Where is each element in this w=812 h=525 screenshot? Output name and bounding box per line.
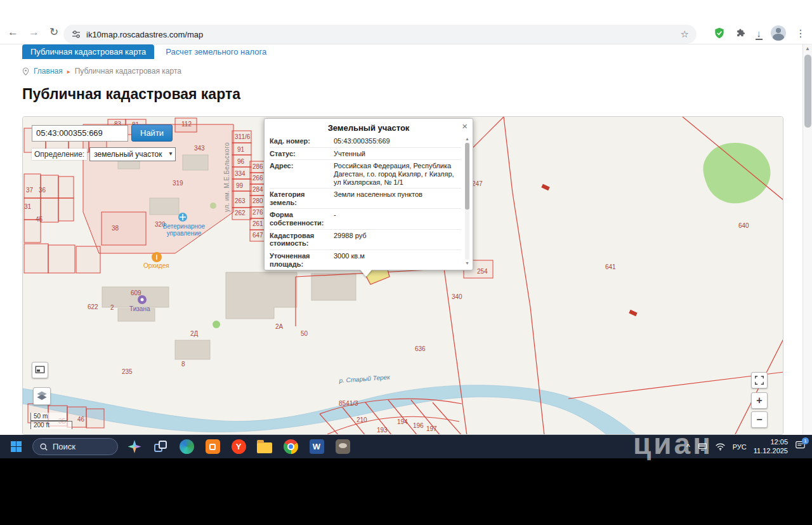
word-icon[interactable]: W xyxy=(307,437,326,456)
scrollbar-up-icon[interactable]: ▲ xyxy=(803,44,812,53)
copilot-icon[interactable] xyxy=(125,437,144,456)
popup-row: Форма собственности: - xyxy=(270,209,461,229)
popup-rows: Кад. номер: 05:43:000355:669 Статус: Учт… xyxy=(270,135,461,269)
scale-control: 50 m 200 ft xyxy=(30,413,72,429)
fullscreen-button[interactable] xyxy=(751,372,768,389)
system-tray: ^ РУС 12:05 11.12.2025 1 xyxy=(686,438,806,456)
back-button[interactable]: ← xyxy=(8,26,18,39)
search-icon xyxy=(39,442,48,451)
zoom-in-button[interactable]: + xyxy=(751,392,768,409)
page-scrollbar[interactable]: ▲ xyxy=(802,44,812,435)
page-scroll-thumb[interactable] xyxy=(804,55,811,128)
popup-row-label: Кадастровая стоимость: xyxy=(270,232,330,248)
scale-feet: 200 ft xyxy=(30,421,72,429)
downloads-icon[interactable]: ↓ xyxy=(757,29,762,38)
popup-row-label: Адрес: xyxy=(270,162,330,186)
popup-row-value: 3000 кв.м xyxy=(334,252,461,268)
url-text: ik10map.roscadastres.com/map xyxy=(86,30,676,39)
layers-button[interactable] xyxy=(33,387,51,405)
search-button[interactable]: Найти xyxy=(131,124,173,142)
popup-row-value: 05:43:000355:669 xyxy=(334,137,461,145)
start-button[interactable] xyxy=(6,437,25,456)
forward-button[interactable]: → xyxy=(29,26,39,39)
popup-row-value: Российская Федерация, Республика Дагеста… xyxy=(334,162,461,186)
scroll-up-icon[interactable]: ▲ xyxy=(464,136,470,142)
scale-meters: 50 m xyxy=(30,413,67,421)
zoom-out-button[interactable]: − xyxy=(751,411,768,428)
popup-pointer xyxy=(360,269,372,277)
breadcrumb-home-link[interactable]: Главная xyxy=(34,67,63,76)
taskbar-search-label: Поиск xyxy=(53,442,75,451)
page-title: Публичная кадастровая карта xyxy=(22,86,812,103)
popup-row: Категория земель: Земли населенных пункт… xyxy=(270,189,461,209)
breadcrumb-current: Публичная кадастровая карта xyxy=(75,67,181,76)
site-info-icon[interactable] xyxy=(71,29,81,39)
popup-row: Уточненная площадь: 3000 кв.м xyxy=(270,250,461,269)
definition-select-value: земельный участок xyxy=(94,150,162,159)
breadcrumb-separator-icon: ▸ xyxy=(67,68,70,75)
address-bar[interactable]: ik10map.roscadastres.com/map ☆ xyxy=(63,25,697,44)
popup-title: Земельный участок xyxy=(265,119,473,135)
chevron-down-icon: ▾ xyxy=(169,150,173,157)
cadastral-search-input[interactable] xyxy=(32,125,128,142)
chrome-icon[interactable] xyxy=(281,437,300,456)
definition-label: Определение: xyxy=(32,149,87,160)
tab-land-tax-link[interactable]: Расчет земельного налога xyxy=(166,44,266,59)
browser-menu-icon[interactable]: ⋮ xyxy=(796,27,806,39)
tray-chevron-icon[interactable]: ^ xyxy=(686,442,690,451)
popup-row-label: Кад. номер: xyxy=(270,137,330,145)
file-explorer-icon[interactable] xyxy=(255,437,274,456)
popup-row-label: Категория земель: xyxy=(270,190,330,206)
page-content: Публичная кадастровая карта Расчет земел… xyxy=(0,44,812,435)
clock-date: 11.12.2025 xyxy=(754,447,788,456)
close-icon[interactable]: × xyxy=(462,121,468,131)
orange-app-icon[interactable] xyxy=(203,437,222,456)
popup-row: Кадастровая стоимость: 29988 руб xyxy=(270,230,461,250)
popup-row-label: Форма собственности: xyxy=(270,211,330,227)
definition-filter: Определение: земельный участок ▾ xyxy=(32,147,176,161)
site-tabs: Публичная кадастровая карта Расчет земел… xyxy=(0,44,812,59)
extensions-puzzle-icon[interactable] xyxy=(735,27,747,39)
map-search-bar: Найти xyxy=(32,124,173,142)
notification-badge: 1 xyxy=(802,437,809,444)
scroll-down-icon[interactable]: ▼ xyxy=(464,261,470,266)
popup-row-label: Статус: xyxy=(270,150,330,158)
yandex-browser-icon[interactable]: Y xyxy=(229,437,248,456)
popup-row: Кад. номер: 05:43:000355:669 xyxy=(270,135,461,148)
popup-row: Адрес: Российская Федерация, Республика … xyxy=(270,160,461,189)
tab-public-cadastral-map[interactable]: Публичная кадастровая карта xyxy=(22,44,154,59)
taskbar-clock[interactable]: 12:05 11.12.2025 xyxy=(754,438,788,456)
popup-scroll-thumb[interactable] xyxy=(465,143,469,209)
gimp-icon[interactable] xyxy=(333,437,352,456)
popup-row-value: Земли населенных пунктов xyxy=(334,190,461,206)
popup-row-value: - xyxy=(334,211,461,227)
map-viewport[interactable]: 8381112343311/69196334992632622862662842… xyxy=(22,116,783,435)
profile-avatar[interactable] xyxy=(771,25,786,41)
location-pin-icon xyxy=(22,67,29,76)
extent-button[interactable] xyxy=(32,362,48,378)
reload-button[interactable]: ↻ xyxy=(49,25,58,39)
edge-icon[interactable] xyxy=(177,437,196,456)
notifications-icon[interactable]: 1 xyxy=(795,441,806,453)
clock-time: 12:05 xyxy=(754,438,788,447)
popup-row-label: Уточненная площадь: xyxy=(270,252,330,268)
browser-chrome: ← → ↻ ik10map.roscadastres.com/map ☆ → ↓… xyxy=(0,0,812,44)
popup-row-value: Учтенный xyxy=(334,150,461,158)
taskbar-search[interactable]: Поиск xyxy=(32,438,118,455)
windows-logo-icon xyxy=(11,441,22,452)
bookmark-star-icon[interactable]: ☆ xyxy=(681,29,689,40)
popup-row-value: 29988 руб xyxy=(334,232,461,248)
popup-row: Статус: Учтенный xyxy=(270,148,461,161)
parcel-info-popup: Земельный участок × Кад. номер: 05:43:00… xyxy=(264,118,473,270)
wifi-icon[interactable] xyxy=(715,442,726,451)
taskbar: Поиск Y W ^ РУС 12:05 11.12.2025 1 xyxy=(0,435,812,458)
adblock-extension-icon[interactable] xyxy=(713,27,726,39)
popup-scrollbar[interactable]: ▲ ▼ xyxy=(464,136,470,266)
breadcrumb: Главная ▸ Публичная кадастровая карта xyxy=(22,67,812,76)
language-indicator[interactable]: РУС xyxy=(733,443,747,451)
definition-select[interactable]: земельный участок ▾ xyxy=(89,147,175,161)
network-icon[interactable] xyxy=(697,442,708,451)
letterbox xyxy=(0,458,812,525)
task-view-icon[interactable] xyxy=(151,437,170,456)
